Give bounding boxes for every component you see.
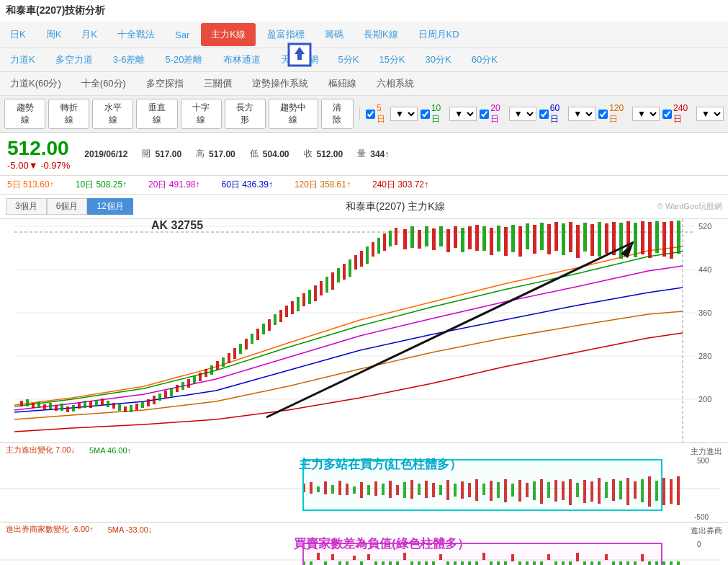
svg-rect-75 [372,242,374,257]
svg-rect-200 [461,561,464,565]
svg-rect-149 [497,482,500,498]
tab-pivot-line[interactable]: 樞紐線 [318,72,367,95]
tab-day-week-month-kd[interactable]: 日周月KD [408,23,469,46]
tool-vertical-line[interactable]: 垂直線 [136,99,177,129]
svg-rect-125 [324,481,327,494]
tool-horizontal-line[interactable]: 水平線 [92,99,133,129]
svg-rect-54 [251,334,253,344]
tab-long-k[interactable]: 長期K線 [354,23,408,46]
tab-six-phase[interactable]: 六相系統 [367,72,424,95]
ma240-checkbox[interactable] [662,110,672,119]
svg-rect-184 [346,561,349,565]
svg-rect-167 [626,478,629,505]
svg-rect-145 [468,483,471,497]
ind1-right-label: 主力進出 [691,446,722,457]
tab-week-k[interactable]: 周K [36,23,72,46]
ma120-select[interactable]: ▼ [632,107,660,121]
svg-rect-164 [605,482,608,498]
svg-rect-192 [403,553,406,560]
svg-rect-157 [554,480,557,502]
svg-rect-96 [518,226,522,257]
ma5-select[interactable]: ▼ [390,107,418,121]
tool-clear[interactable]: 清除 [321,99,354,129]
tab-power-k[interactable]: 力道K [0,48,45,71]
ma120-setting: 120日 ▼ [598,103,660,125]
ma20-select[interactable]: ▼ [509,107,536,121]
svg-rect-67 [325,277,328,293]
tool-rectangle[interactable]: 長方形 [225,99,266,129]
tab-three-pass[interactable]: 三關價 [194,72,242,95]
svg-rect-152 [518,480,521,502]
svg-rect-214 [562,561,565,565]
tab-sar[interactable]: Sar [165,25,199,45]
svg-rect-103 [569,222,572,252]
svg-rect-42 [181,382,184,390]
tab-ten-strategy[interactable]: 十全戰法 [107,23,165,46]
tab-diff-3-6[interactable]: 3-6差離 [103,48,156,71]
ma5-setting: 5日 ▼ [366,103,418,125]
tab-diff-5-20[interactable]: 5-20差離 [155,48,212,71]
period-12m[interactable]: 12個月 [87,198,132,215]
tab-main-k[interactable]: 主力K線 [201,23,256,46]
tab-chips[interactable]: 籌碼 [315,23,354,46]
nav-row-1: 日K 周K 月K 十全戰法 Sar 主力K線 盈富指標 籌碼 長期K線 日周月K… [0,22,728,48]
ma5-checkbox[interactable] [366,110,375,119]
svg-rect-92 [490,228,493,255]
ma60-select[interactable]: ▼ [568,107,596,121]
ma10-select[interactable]: ▼ [449,107,477,121]
svg-rect-52 [239,344,242,354]
ma240-setting: 240日 ▼ [662,103,724,125]
ma10-checkbox[interactable] [421,110,430,119]
tab-counter-trend[interactable]: 逆勢操作系統 [242,72,318,95]
tab-power-k-60[interactable]: 力道K(60分) [0,72,71,95]
nav-row-3: 力道K(60分) 十全(60分) 多空探指 三關價 逆勢操作系統 樞紐線 六相系… [0,72,728,96]
svg-rect-224 [634,561,637,565]
svg-rect-40 [170,388,173,396]
tab-ten-60[interactable]: 十全(60分) [71,72,136,95]
ma240-select[interactable]: ▼ [696,107,724,121]
svg-rect-39 [164,391,167,399]
svg-rect-73 [360,251,363,267]
ma60-checkbox[interactable] [539,110,549,119]
svg-rect-146 [475,479,478,501]
svg-rect-14 [20,401,23,406]
tab-long-short-probe[interactable]: 多空探指 [136,72,194,95]
svg-rect-173 [670,479,673,504]
tab-bollinger[interactable]: 布林通道 [213,48,271,71]
svg-rect-201 [468,561,471,565]
period-3m[interactable]: 3個月 [6,198,47,215]
price-bar: 512.00 -5.00▼ -0.97% 2019/06/12 開 517.00… [0,133,728,176]
tab-15min-k[interactable]: 15分K [369,48,415,71]
svg-rect-216 [576,553,579,561]
svg-rect-44 [193,376,196,383]
svg-rect-156 [547,482,550,498]
tab-month-k[interactable]: 月K [71,23,107,46]
svg-rect-225 [641,554,644,561]
svg-rect-147 [482,484,485,495]
tab-day-k[interactable]: 日K [0,23,36,46]
svg-rect-226 [648,561,651,565]
price-main: 512.00 -5.00▼ -0.97% [7,137,70,171]
tool-trend-line[interactable]: 趨勢線 [4,99,45,129]
tab-long-short-power[interactable]: 多空力道 [45,48,103,71]
tool-turn-line[interactable]: 轉折線 [48,99,89,129]
price-date: 2019/06/12 [84,149,127,159]
svg-rect-220 [605,554,608,560]
svg-rect-135 [396,485,399,495]
svg-rect-172 [662,478,665,505]
svg-rect-56 [262,324,265,334]
svg-rect-118 [677,221,680,254]
ma20-checkbox[interactable] [480,110,489,119]
svg-rect-45 [199,373,202,381]
svg-rect-213 [554,561,557,565]
svg-rect-206 [504,561,507,565]
tool-trend-center[interactable]: 趨勢中線 [269,99,318,129]
tab-5min-k[interactable]: 5分K [328,48,369,71]
tab-60min-k[interactable]: 60分K [462,48,508,71]
period-6m[interactable]: 6個月 [47,198,88,215]
svg-line-119 [266,242,634,417]
tool-cross-line[interactable]: 十字線 [181,99,222,129]
tab-30min-k[interactable]: 30分K [415,48,462,71]
ma120-checkbox[interactable] [598,110,608,119]
svg-rect-85 [439,226,443,246]
